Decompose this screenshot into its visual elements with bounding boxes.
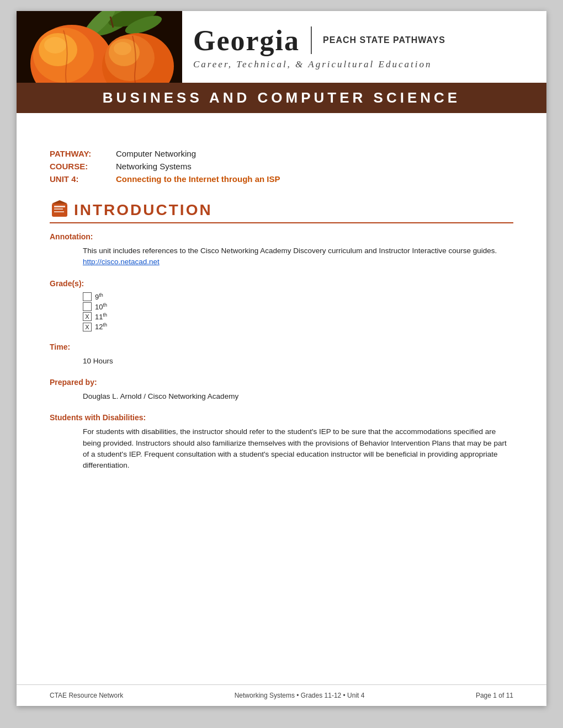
course-value: Networking Systems — [116, 162, 192, 171]
banner-text: Business and Computer Science — [103, 89, 460, 106]
header-title-area: Georgia Peach State Pathways Career, Tec… — [182, 19, 546, 76]
info-table: PATHWAY: Computer Networking COURSE: Net… — [50, 149, 513, 184]
grade-checkbox-11[interactable]: X — [83, 312, 92, 321]
prepared-body: Douglas L. Arnold / Cisco Networking Aca… — [50, 391, 513, 402]
page: Georgia Peach State Pathways Career, Tec… — [17, 11, 546, 706]
time-body: 10 Hours — [50, 356, 513, 367]
intro-section: Introduction Annotation: This unit inclu… — [50, 200, 513, 471]
ctae-subtitle: Career, Technical, & Agricultural Educat… — [193, 59, 535, 70]
svg-marker-18 — [52, 200, 67, 204]
svg-rect-17 — [54, 211, 64, 212]
grade-checkbox-12[interactable]: X — [83, 323, 92, 331]
annotation-body: This unit includes references to the Cis… — [50, 245, 513, 268]
grades-subsection: Grade(s): 9th 10th X 11th — [50, 279, 513, 331]
svg-point-12 — [44, 37, 66, 53]
grade-row-10: 10th — [83, 302, 513, 311]
grade-row-9: 9th — [83, 292, 513, 301]
annotation-text: This unit includes references to the Cis… — [83, 247, 497, 255]
annotation-subsection: Annotation: This unit includes reference… — [50, 232, 513, 268]
grade-checkbox-9[interactable] — [83, 292, 92, 301]
intro-icon — [50, 200, 70, 220]
svg-point-13 — [114, 42, 131, 55]
grade-row-12: X 12th — [83, 322, 513, 331]
pathway-label: PATHWAY: — [50, 149, 116, 158]
grade-label-9: 9th — [95, 292, 103, 301]
peach-image — [17, 11, 182, 83]
page-footer: CTAE Resource Network Networking Systems… — [17, 684, 546, 706]
peach-state-pathways: Peach State Pathways — [323, 35, 445, 45]
grades-label: Grade(s): — [50, 279, 513, 288]
prepared-label: Prepared by: — [50, 378, 513, 387]
prepared-subsection: Prepared by: Douglas L. Arnold / Cisco N… — [50, 378, 513, 402]
time-label: Time: — [50, 342, 513, 351]
course-label: COURSE: — [50, 162, 116, 171]
title-divider — [311, 26, 312, 54]
svg-rect-14 — [52, 204, 67, 217]
footer-right: Page 1 of 11 — [476, 692, 513, 699]
svg-rect-15 — [54, 206, 65, 207]
grade-checkbox-10[interactable] — [83, 302, 92, 311]
grade-label-12: 12th — [95, 322, 107, 331]
header-top: Georgia Peach State Pathways Career, Tec… — [17, 11, 546, 83]
pathway-row: PATHWAY: Computer Networking — [50, 149, 513, 158]
pathway-value: Computer Networking — [116, 149, 196, 158]
annotation-label: Annotation: — [50, 232, 513, 241]
disabilities-label: Students with Disabilities: — [50, 413, 513, 422]
section-heading: Introduction — [74, 201, 213, 219]
unit-row: UNIT 4: Connecting to the Internet throu… — [50, 174, 513, 184]
annotation-link[interactable]: http://cisco.netacad.net — [83, 258, 160, 266]
grade-row-11: X 11th — [83, 312, 513, 321]
grade-label-10: 10th — [95, 302, 107, 311]
footer-left: CTAE Resource Network — [50, 692, 123, 699]
time-subsection: Time: 10 Hours — [50, 342, 513, 367]
main-content: PATHWAY: Computer Networking COURSE: Net… — [17, 121, 546, 684]
section-title-row: Introduction — [50, 200, 513, 223]
grade-label-11: 11th — [95, 312, 107, 321]
footer-center: Networking Systems • Grades 11-12 • Unit… — [235, 692, 365, 699]
disabilities-body: For students with disabilities, the inst… — [50, 426, 513, 471]
header-banner: Business and Computer Science — [17, 83, 546, 113]
svg-rect-16 — [54, 208, 63, 210]
disabilities-subsection: Students with Disabilities: For students… — [50, 413, 513, 471]
unit-label: UNIT 4: — [50, 174, 116, 184]
unit-value: Connecting to the Internet through an IS… — [116, 174, 280, 184]
grades-table: 9th 10th X 11th X 12th — [50, 292, 513, 331]
course-row: COURSE: Networking Systems — [50, 162, 513, 171]
georgia-title: Georgia Peach State Pathways — [193, 24, 535, 57]
header: Georgia Peach State Pathways Career, Tec… — [17, 11, 546, 121]
georgia-word: Georgia — [193, 24, 300, 57]
